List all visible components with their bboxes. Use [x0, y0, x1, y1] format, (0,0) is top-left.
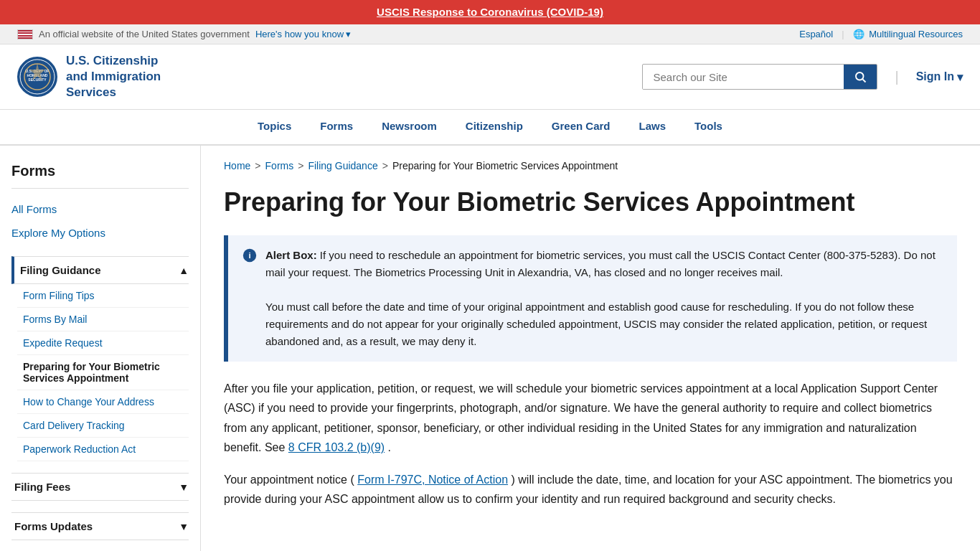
breadcrumb-forms[interactable]: Forms — [265, 160, 294, 171]
info-icon: i — [242, 248, 257, 266]
sidebar-item-form-filing-tips[interactable]: Form Filing Tips — [17, 284, 189, 308]
svg-line-7 — [863, 80, 866, 83]
sidebar-item-forms-by-mail[interactable]: Forms By Mail — [17, 308, 189, 331]
alert-label: Alert Box: — [265, 249, 317, 261]
nav-citizenship[interactable]: Citizenship — [451, 110, 537, 144]
uscis-seal: U.S. DEPT OF HOMELAND SECURITY — [17, 57, 57, 97]
chevron-down-icon: ▼ — [179, 481, 189, 493]
breadcrumb: Home > Forms > Filing Guidance > Prepari… — [224, 160, 957, 171]
filing-guidance-children: Form Filing Tips Forms By Mail Expedite … — [17, 284, 189, 461]
breadcrumb-sep-1: > — [255, 160, 260, 171]
breadcrumb-sep-3: > — [382, 160, 388, 171]
chevron-down-icon: ▾ — [346, 29, 351, 39]
nav-topics[interactable]: Topics — [243, 110, 306, 144]
sidebar-item-paperwork-reduction[interactable]: Paperwork Reduction Act — [17, 438, 189, 461]
breadcrumb-filing-guidance[interactable]: Filing Guidance — [308, 160, 377, 171]
site-header: U.S. DEPT OF HOMELAND SECURITY U.S. Citi… — [0, 44, 980, 110]
sidebar-section-filing-guidance: Filing Guidance ▲ Form Filing Tips Forms… — [11, 256, 189, 461]
gov-banner-right: Español | 🌐 Multilingual Resources — [799, 29, 963, 39]
main-content: Home > Forms > Filing Guidance > Prepari… — [201, 146, 980, 551]
nav-green-card[interactable]: Green Card — [537, 110, 625, 144]
sidebar-section-filing-fees: Filing Fees ▼ — [11, 473, 189, 501]
sidebar-item-change-address[interactable]: How to Change Your Address — [17, 390, 189, 414]
sidebar: Forms All Forms Explore My Options Filin… — [0, 146, 201, 551]
nav-tools[interactable]: Tools — [680, 110, 737, 144]
form-i797c-link[interactable]: Form I-797C, Notice of Action — [357, 474, 508, 486]
nav-laws[interactable]: Laws — [625, 110, 681, 144]
sidebar-title: Forms — [11, 163, 189, 189]
sidebar-item-card-delivery[interactable]: Card Delivery Tracking — [17, 414, 189, 438]
search-button[interactable] — [844, 65, 877, 89]
sidebar-item-expedite-request[interactable]: Expedite Request — [17, 331, 189, 355]
site-logo-text: U.S. Citizenship and Immigration Service… — [66, 53, 161, 100]
globe-icon: 🌐 — [853, 29, 864, 39]
svg-text:SECURITY: SECURITY — [28, 77, 47, 82]
alert-paragraph-1: If you need to reschedule an appointment… — [265, 249, 936, 278]
svg-text:i: i — [248, 250, 250, 260]
breadcrumb-current: Preparing for Your Biometric Services Ap… — [392, 160, 618, 171]
filing-fees-header[interactable]: Filing Fees ▼ — [11, 473, 189, 501]
chevron-up-icon: ▲ — [179, 265, 189, 276]
nav-forms[interactable]: Forms — [306, 110, 367, 144]
header-divider: | — [895, 69, 898, 85]
gov-banner-left: An official website of the United States… — [17, 29, 351, 39]
header-right: | Sign In ▾ — [642, 64, 963, 90]
breadcrumb-sep-2: > — [298, 160, 303, 171]
covid-banner-link[interactable]: USCIS Response to Coronavirus (COVID-19) — [377, 6, 603, 18]
chevron-down-icon: ▼ — [179, 521, 189, 532]
breadcrumb-home[interactable]: Home — [224, 160, 250, 171]
forms-updates-header[interactable]: Forms Updates ▼ — [11, 512, 189, 540]
covid-banner: USCIS Response to Coronavirus (COVID-19) — [0, 0, 980, 24]
logo-area: U.S. DEPT OF HOMELAND SECURITY U.S. Citi… — [17, 53, 161, 100]
us-flag-icon — [17, 29, 33, 39]
official-text: An official website of the United States… — [39, 29, 250, 39]
filing-guidance-header[interactable]: Filing Guidance ▲ — [11, 256, 189, 284]
page-container: Forms All Forms Explore My Options Filin… — [0, 146, 980, 551]
body-paragraph-2: Your appointment notice ( Form I-797C, N… — [224, 470, 957, 509]
page-title: Preparing for Your Biometric Services Ap… — [224, 186, 957, 218]
sidebar-item-explore-options[interactable]: Explore My Options — [11, 221, 189, 245]
how-you-know-toggle[interactable]: Here's how you know ▾ — [255, 29, 351, 39]
sign-in-button[interactable]: Sign In ▾ — [916, 70, 963, 84]
search-area — [642, 64, 877, 90]
search-input[interactable] — [643, 65, 844, 89]
gov-banner: An official website of the United States… — [0, 24, 980, 44]
cfr-link[interactable]: 8 CFR 103.2 (b)(9) — [288, 441, 385, 453]
alert-paragraph-2: You must call before the date and time o… — [265, 298, 943, 350]
sidebar-item-all-forms[interactable]: All Forms — [11, 197, 189, 221]
sidebar-section-forms-updates: Forms Updates ▼ — [11, 512, 189, 540]
body-paragraph-1: After you file your application, petitio… — [224, 379, 957, 457]
main-nav: Topics Forms Newsroom Citizenship Green … — [0, 110, 980, 146]
alert-content: Alert Box: If you need to reschedule an … — [265, 247, 943, 350]
multilingual-link[interactable]: 🌐 Multilingual Resources — [853, 29, 963, 39]
svg-point-6 — [856, 72, 864, 80]
alert-box: i Alert Box: If you need to reschedule a… — [224, 235, 957, 362]
sidebar-item-biometric-appointment[interactable]: Preparing for Your Biometric Services Ap… — [17, 355, 189, 390]
espanol-link[interactable]: Español — [799, 29, 833, 39]
chevron-down-icon: ▾ — [957, 70, 963, 84]
nav-newsroom[interactable]: Newsroom — [367, 110, 451, 144]
